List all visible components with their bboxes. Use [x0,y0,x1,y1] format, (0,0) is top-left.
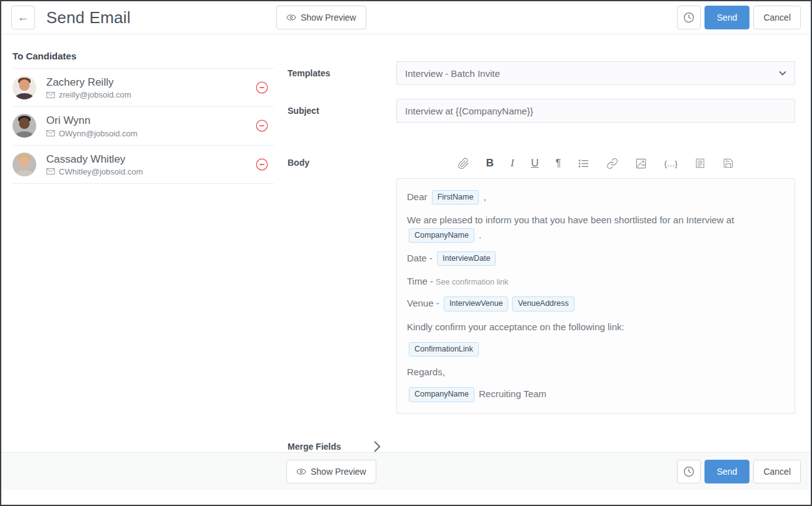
merge-field-chip[interactable]: InterviewDate [437,251,496,266]
body-paragraph: Date - InterviewDate [407,251,784,266]
footer-show-preview-button[interactable]: Show Preview [286,460,376,483]
candidate-row: Cassady Whitley CWhitley@jobsoid.com [13,146,274,184]
merge-field-chip[interactable]: CompanyName [409,228,474,243]
send-email-window: ← Send Email Show Preview Send Cancel To… [0,0,812,506]
unordered-list-button[interactable] [578,158,589,170]
clock-icon [683,12,694,23]
envelope-icon [46,92,55,98]
body-paragraph: We are pleased to inform you that you ha… [407,213,784,243]
link-button[interactable] [606,158,618,170]
body-text: Venue - [407,298,442,308]
eye-icon [286,14,296,21]
underline-icon: U [531,157,539,170]
candidates-panel: To Candidates Zachery Reilly zreilly@job… [13,34,274,452]
subject-row: Subject [288,99,795,123]
candidate-avatar [13,76,36,99]
underline-button[interactable]: U [531,157,539,170]
attach-button[interactable] [458,158,469,170]
body-paragraph: Venue - InterviewVenueVenueAddress [407,296,784,311]
send-button[interactable]: Send [704,6,750,29]
bold-button[interactable]: B [486,157,494,170]
candidate-list: Zachery Reilly zreilly@jobsoid.com [13,69,274,184]
merge-fields-row: Merge Fields [288,440,795,452]
insert-template-button[interactable] [694,158,706,169]
arrow-left-icon: ← [18,11,29,24]
body-text: Recruiting Team [476,388,546,399]
schedule-send-button[interactable] [677,6,701,29]
candidate-name: Cassady Whitley [46,153,143,166]
back-button[interactable]: ← [11,6,35,29]
candidate-email: OWynn@jobsoid.com [59,129,138,138]
templates-select[interactable]: Interview - Batch Invite [396,61,795,85]
image-button[interactable] [635,158,647,170]
remove-candidate-button[interactable] [256,158,268,171]
cancel-button[interactable]: Cancel [753,6,801,29]
body-text: We are pleased to inform you that you ha… [407,215,734,225]
merge-fields-label: Merge Fields [288,442,341,452]
footer-schedule-send-button[interactable] [677,460,701,483]
image-icon [635,158,647,170]
bold-icon: B [486,157,494,170]
minus-circle-icon [256,119,268,132]
envelope-icon [46,130,55,136]
save-icon [723,158,734,169]
body-text: , [481,191,486,202]
minus-circle-icon [256,158,268,171]
body-label: Body [288,154,396,414]
header: ← Send Email Show Preview Send Cancel [1,1,811,34]
merge-token-icon: {...} [664,159,678,168]
candidate-name: Ori Wynn [46,114,138,127]
templates-selected-value: Interview - Batch Invite [405,68,500,79]
body-text: Dear [407,191,430,202]
candidate-email: zreilly@jobsoid.com [59,90,131,99]
show-preview-button[interactable]: Show Preview [276,6,366,29]
email-form: Templates Interview - Batch Invite Subje… [288,34,795,452]
candidate-email: CWhitley@jobsoid.com [59,167,143,176]
merge-field-chip[interactable]: VenueAddress [512,296,574,311]
insert-template-icon [694,158,706,169]
link-icon [606,158,618,170]
templates-row: Templates Interview - Batch Invite [288,61,795,85]
eye-icon [296,468,306,475]
paragraph-icon: ¶ [556,158,561,169]
body-row: Body BIU¶{...} Dear FirstName ,We are pl… [288,154,795,414]
body-text: . [476,230,481,240]
italic-button[interactable]: I [511,157,514,170]
merge-field-chip[interactable]: CompanyName [409,387,474,402]
remove-candidate-button[interactable] [256,119,268,132]
footer-actions: Send Cancel [677,460,801,483]
merge-field-chip[interactable]: InterviewVenue [444,296,508,311]
body-muted-text: See confirmation link [436,278,508,286]
footer-show-preview-label: Show Preview [311,467,366,477]
body-text: Time - [407,276,436,286]
remove-candidate-button[interactable] [256,81,268,94]
footer: Show Preview Send Cancel [1,452,811,490]
templates-label: Templates [288,61,396,85]
candidate-avatar [13,153,36,176]
body-text: Kindly confirm your acceptance on the fo… [407,321,624,332]
candidate-row: Zachery Reilly zreilly@jobsoid.com [13,69,274,107]
show-preview-label: Show Preview [301,13,356,23]
body-paragraph: ConfirmationLink [407,342,784,357]
subject-input[interactable] [396,99,795,123]
merge-field-chip[interactable]: ConfirmationLink [409,342,479,357]
paragraph-button[interactable]: ¶ [556,158,561,169]
save-button[interactable] [723,158,734,169]
attach-icon [458,158,469,170]
chevron-right-icon [373,440,381,452]
merge-token-button[interactable]: {...} [664,159,678,168]
subject-label: Subject [288,99,396,123]
footer-send-button[interactable]: Send [704,460,750,483]
body-editor[interactable]: Dear FirstName ,We are pleased to inform… [396,178,795,414]
candidate-avatar [13,114,36,138]
body-paragraph: Kindly confirm your acceptance on the fo… [407,320,784,334]
page-title: Send Email [46,8,131,28]
footer-cancel-button[interactable]: Cancel [753,460,801,483]
merge-field-chip[interactable]: FirstName [432,190,479,205]
minus-circle-icon [256,81,268,94]
body-paragraph: CompanyName Recruiting Team [407,387,784,402]
body-paragraph: Regards, [407,365,784,379]
body-text: Date - [407,253,435,263]
merge-fields-expand-button[interactable] [373,440,381,452]
unordered-list-icon [578,158,589,170]
